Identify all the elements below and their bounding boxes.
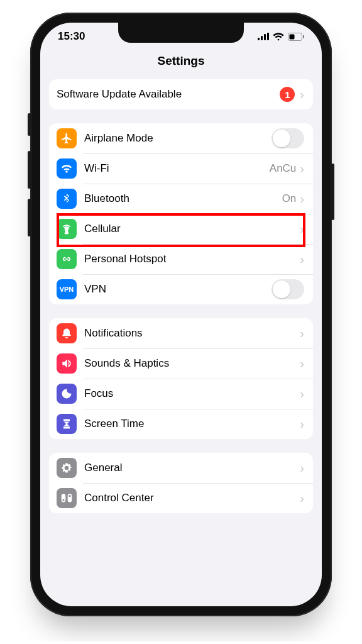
row-detail: On — [282, 192, 297, 205]
row-focus[interactable]: Focus › — [49, 379, 313, 409]
screen: 15:30 Settings Software Update Availa — [40, 23, 322, 606]
wifi-icon — [57, 158, 77, 179]
gear-icon — [57, 458, 77, 478]
row-general[interactable]: General › — [49, 453, 313, 483]
row-label: Cellular — [84, 223, 300, 235]
row-label: Airplane Mode — [84, 132, 272, 145]
group-software-update: Software Update Available 1 › — [49, 79, 313, 109]
chevron-right-icon: › — [300, 462, 304, 474]
battery-icon — [288, 33, 304, 41]
row-label: Bluetooth — [84, 192, 282, 205]
chevron-right-icon: › — [300, 418, 304, 430]
airplane-toggle[interactable] — [272, 128, 304, 148]
row-software-update[interactable]: Software Update Available 1 › — [49, 79, 313, 109]
chevron-right-icon: › — [300, 223, 304, 235]
control-center-icon — [57, 488, 77, 508]
cellular-signal-icon — [258, 33, 269, 40]
chevron-right-icon: › — [300, 357, 304, 370]
screentime-icon — [57, 414, 77, 434]
chevron-right-icon: › — [300, 387, 304, 400]
chevron-right-icon: › — [300, 492, 304, 504]
vpn-icon: VPN — [57, 279, 77, 299]
focus-icon — [57, 384, 77, 404]
volume-down-button — [28, 199, 31, 236]
group-general: General › Control Center › — [49, 453, 313, 513]
chevron-right-icon: › — [300, 162, 304, 175]
row-label: Screen Time — [84, 418, 300, 430]
settings-list[interactable]: Software Update Available 1 › Airplane M… — [40, 79, 322, 522]
row-cellular[interactable]: Cellular › — [49, 214, 313, 244]
chevron-right-icon: › — [300, 88, 304, 101]
row-label: Notifications — [84, 327, 300, 340]
row-label: Wi-Fi — [84, 162, 270, 175]
svg-rect-6 — [303, 35, 304, 38]
cellular-icon — [57, 219, 77, 239]
notifications-icon — [57, 323, 77, 343]
svg-rect-1 — [261, 36, 263, 40]
mute-switch — [28, 113, 31, 136]
bluetooth-icon — [57, 189, 77, 209]
row-label: Control Center — [84, 492, 300, 504]
row-label: Software Update Available — [57, 88, 280, 101]
group-network: Airplane Mode Wi-Fi AnCu › Bluetooth — [49, 123, 313, 304]
volume-up-button — [28, 151, 31, 189]
chevron-right-icon: › — [300, 253, 304, 265]
svg-rect-0 — [258, 38, 260, 40]
row-personal-hotspot[interactable]: Personal Hotspot › — [49, 244, 313, 274]
sounds-icon — [57, 353, 77, 374]
svg-rect-2 — [264, 34, 266, 40]
row-control-center[interactable]: Control Center › — [49, 483, 313, 513]
page-title: Settings — [40, 54, 322, 68]
svg-rect-3 — [267, 33, 269, 40]
group-notifications: Notifications › Sounds & Haptics › Focus… — [49, 318, 313, 439]
update-badge: 1 — [280, 87, 295, 102]
row-label: Sounds & Haptics — [84, 357, 300, 370]
wifi-icon — [273, 33, 284, 41]
nav-bar: Settings — [40, 50, 322, 77]
row-vpn[interactable]: VPN VPN — [49, 274, 313, 304]
power-button — [331, 164, 334, 220]
row-wifi[interactable]: Wi-Fi AnCu › — [49, 153, 313, 184]
hotspot-icon — [57, 249, 77, 269]
row-notifications[interactable]: Notifications › — [49, 318, 313, 348]
row-label: Focus — [84, 387, 300, 400]
row-airplane-mode[interactable]: Airplane Mode — [49, 123, 313, 153]
notch — [118, 23, 244, 43]
vpn-toggle[interactable] — [272, 279, 304, 299]
svg-rect-5 — [290, 34, 295, 39]
row-label: General — [84, 462, 300, 474]
status-time: 15:30 — [58, 30, 85, 43]
row-label: VPN — [84, 283, 272, 296]
row-bluetooth[interactable]: Bluetooth On › — [49, 184, 313, 214]
phone-frame: 15:30 Settings Software Update Availa — [30, 13, 332, 616]
chevron-right-icon: › — [300, 327, 304, 340]
airplane-icon — [57, 128, 77, 148]
row-sounds[interactable]: Sounds & Haptics › — [49, 348, 313, 379]
row-detail: AnCu — [270, 162, 297, 175]
status-icons — [258, 33, 304, 41]
row-label: Personal Hotspot — [84, 253, 300, 265]
row-screen-time[interactable]: Screen Time › — [49, 409, 313, 439]
chevron-right-icon: › — [300, 192, 304, 205]
